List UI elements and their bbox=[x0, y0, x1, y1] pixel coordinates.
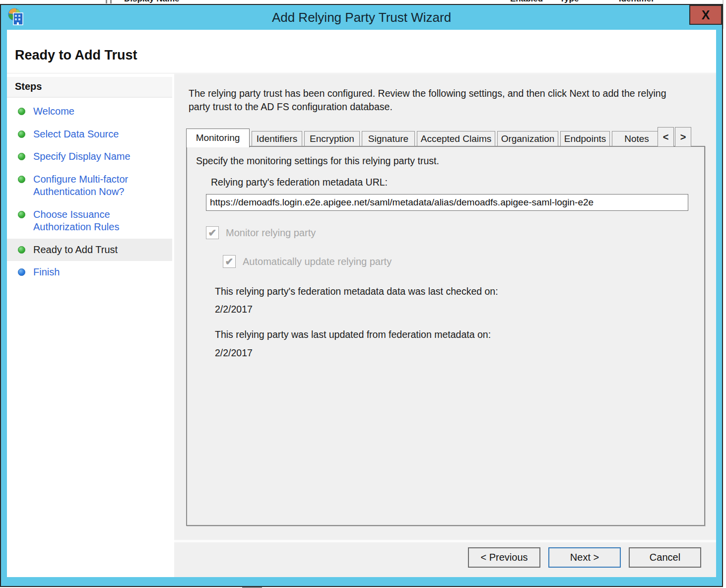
tab-strip: Monitoring Identifiers Encryption Signat… bbox=[186, 128, 705, 146]
step-label: Specify Display Name bbox=[33, 150, 131, 163]
step-label: Finish bbox=[33, 266, 60, 279]
tab-scroll-left-button[interactable]: < bbox=[658, 127, 674, 147]
steps-header: Steps bbox=[7, 77, 172, 98]
add-relying-party-trust-wizard-dialog: Add Relying Party Trust Wizard X Ready t… bbox=[0, 4, 723, 587]
step-completed-icon bbox=[18, 176, 25, 183]
wizard-window: Ready to Add Trust Steps Welcome Select … bbox=[7, 30, 716, 577]
chevron-right-icon: > bbox=[680, 131, 686, 142]
last-updated-label: This relying party was last updated from… bbox=[215, 329, 491, 340]
page-intro-text: The relying party trust has been configu… bbox=[189, 87, 690, 114]
background-window-sliver: Display Name Enabled Type Identifier bbox=[0, 0, 726, 4]
step-current-icon bbox=[18, 246, 25, 254]
chevron-left-icon: < bbox=[663, 131, 669, 142]
checkmark-icon: ✔ bbox=[208, 227, 217, 238]
tab-notes[interactable]: Notes bbox=[612, 131, 661, 146]
step-completed-icon bbox=[18, 131, 25, 138]
titlebar: Add Relying Party Trust Wizard X bbox=[1, 5, 722, 30]
cancel-button[interactable]: Cancel bbox=[629, 547, 701, 568]
background-column-type: Type bbox=[560, 0, 579, 4]
monitoring-tab-panel: Specify the monitoring settings for this… bbox=[186, 146, 705, 526]
background-column-identifier: Identifier bbox=[619, 0, 655, 4]
monitor-relying-party-row: ✔ Monitor relying party bbox=[206, 226, 316, 239]
sidebar-step-finish[interactable]: Finish bbox=[7, 261, 172, 284]
close-button[interactable]: X bbox=[689, 5, 722, 25]
next-button[interactable]: Next > bbox=[548, 547, 621, 568]
wizard-footer-buttons: < Previous Next > Cancel bbox=[468, 547, 701, 568]
tab-scroll-buttons: < > bbox=[657, 127, 691, 147]
step-label: Welcome bbox=[33, 105, 74, 118]
footer-separator bbox=[174, 540, 716, 542]
last-updated-value: 2/2/2017 bbox=[215, 347, 253, 359]
sidebar-step-specify-display-name[interactable]: Specify Display Name bbox=[7, 145, 172, 168]
monitoring-description: Specify the monitoring settings for this… bbox=[196, 155, 439, 167]
properties-tab-control: Monitoring Identifiers Encryption Signat… bbox=[186, 128, 705, 526]
tab-accepted-claims[interactable]: Accepted Claims bbox=[417, 131, 495, 146]
step-completed-icon bbox=[18, 153, 25, 160]
step-label: Ready to Add Trust bbox=[33, 244, 118, 257]
tab-identifiers[interactable]: Identifiers bbox=[252, 131, 302, 146]
sidebar-step-welcome[interactable]: Welcome bbox=[7, 100, 172, 123]
background-splitter-grip bbox=[106, 0, 112, 3]
step-label: Select Data Source bbox=[33, 128, 119, 141]
tab-monitoring[interactable]: Monitoring bbox=[186, 129, 250, 147]
previous-button[interactable]: < Previous bbox=[468, 547, 540, 568]
step-completed-icon bbox=[18, 211, 25, 218]
monitor-relying-party-label: Monitor relying party bbox=[226, 227, 316, 239]
background-column-enabled: Enabled bbox=[510, 0, 543, 4]
dialog-title: Add Relying Party Trust Wizard bbox=[1, 5, 722, 30]
auto-update-relying-party-row: ✔ Automatically update relying party bbox=[223, 255, 392, 268]
tab-endpoints[interactable]: Endpoints bbox=[560, 131, 610, 146]
page-title: Ready to Add Trust bbox=[7, 30, 716, 63]
sidebar-step-select-data-source[interactable]: Select Data Source bbox=[7, 123, 172, 146]
auto-update-relying-party-checkbox: ✔ bbox=[223, 255, 236, 268]
tab-encryption[interactable]: Encryption bbox=[304, 131, 360, 146]
tab-organization[interactable]: Organization bbox=[497, 131, 558, 146]
checkmark-icon: ✔ bbox=[225, 256, 234, 267]
step-label: Configure Multi-factor Authentication No… bbox=[33, 173, 165, 198]
sidebar-step-configure-mfa[interactable]: Configure Multi-factor Authentication No… bbox=[7, 168, 172, 203]
last-checked-value: 2/2/2017 bbox=[215, 304, 253, 315]
tab-scroll-right-button[interactable]: > bbox=[675, 127, 691, 147]
auto-update-relying-party-label: Automatically update relying party bbox=[243, 256, 392, 267]
steps-list: Welcome Select Data Source Specify Displ… bbox=[7, 100, 172, 284]
background-column-display-name: Display Name bbox=[124, 0, 180, 4]
sidebar-step-choose-issuance-rules[interactable]: Choose Issuance Authorization Rules bbox=[7, 203, 172, 239]
federation-metadata-url-label: Relying party's federation metadata URL: bbox=[211, 177, 388, 188]
monitor-relying-party-checkbox: ✔ bbox=[206, 226, 219, 239]
last-checked-label: This relying party's federation metadata… bbox=[215, 286, 498, 297]
heading-band: Ready to Add Trust bbox=[7, 30, 716, 73]
step-completed-icon bbox=[18, 108, 25, 115]
steps-sidebar: Steps Welcome Select Data Source Specify… bbox=[7, 74, 172, 577]
step-label: Choose Issuance Authorization Rules bbox=[33, 208, 165, 234]
wizard-page-content: The relying party trust has been configu… bbox=[174, 74, 716, 577]
step-upcoming-icon bbox=[18, 268, 25, 276]
federation-metadata-url-input[interactable] bbox=[206, 194, 688, 211]
close-icon: X bbox=[702, 8, 710, 22]
sidebar-step-ready-to-add-trust[interactable]: Ready to Add Trust bbox=[7, 239, 172, 261]
tab-signature[interactable]: Signature bbox=[362, 131, 415, 146]
